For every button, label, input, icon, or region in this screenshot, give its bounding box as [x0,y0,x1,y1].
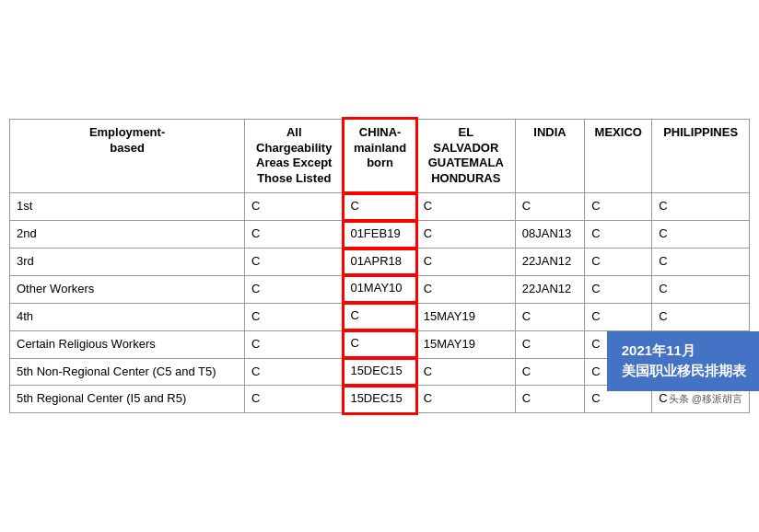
val-other-el-salvador: C [416,275,515,303]
header-employment: Employment-based [10,119,245,193]
val-5th-nr-el-salvador: C [416,358,515,386]
category-1st: 1st [10,193,245,221]
val-other-china: 01MAY10 [344,275,416,303]
category-2nd: 2nd [10,221,245,249]
val-4th-india: C [515,303,584,330]
val-1st-el-salvador: C [416,193,515,221]
val-other-philippines: C [652,275,750,303]
overlay-line1: 2021年11月 [622,341,759,362]
val-5th-r-china: 15DEC15 [344,386,416,413]
val-5th-nr-china: 15DEC15 [344,358,416,386]
val-religious-all: C [245,330,344,358]
val-1st-all: C [245,193,344,221]
val-5th-r-el-salvador: C [416,386,515,413]
val-5th-nr-all: C [245,358,344,386]
watermark: 头条 @移派胡言 [669,392,742,406]
val-2nd-el-salvador: C [416,221,515,249]
val-religious-india: C [515,330,584,358]
val-4th-all: C [245,303,344,330]
category-certain-religious: Certain Religious Workers [10,330,245,358]
header-mexico: MEXICO [585,119,652,193]
category-3rd: 3rd [10,249,245,276]
val-other-mexico: C [585,275,652,303]
header-philippines: PHILIPPINES [652,119,750,193]
val-3rd-el-salvador: C [416,249,515,276]
val-1st-mexico: C [585,193,652,221]
val-3rd-india: 22JAN12 [515,249,584,276]
val-5th-r-all: C [245,386,344,413]
header-china: CHINA-mainlandborn [344,119,416,193]
row-2nd: 2nd C 01FEB19 C 08JAN13 C C [10,221,750,249]
header-india: INDIA [515,119,584,193]
val-religious-el-salvador: 15MAY19 2021年11月 美国职业移民排期表 [416,330,515,358]
val-5th-nr-india: C [515,358,584,386]
page-wrapper: Employment-based AllChargeabilityAreas E… [0,110,759,423]
category-5th-non-regional: 5th Non-Regional Center (C5 and T5) [10,358,245,386]
visa-bulletin-table: Employment-based AllChargeabilityAreas E… [9,119,750,414]
row-1st: 1st C C C C C C [10,193,750,221]
val-1st-india: C [515,193,584,221]
val-1st-philippines: C [652,193,750,221]
val-other-all: C [245,275,344,303]
overlay-line2: 美国职业移民排期表 [622,361,759,382]
header-el-salvador: ELSALVADORGUATEMALAHONDURAS [416,119,515,193]
row-4th: 4th C C 15MAY19 C C C [10,303,750,330]
category-4th: 4th [10,303,245,330]
row-3rd: 3rd C 01APR18 C 22JAN12 C C [10,249,750,276]
val-4th-el-salvador: 15MAY19 [416,303,515,330]
val-5th-r-india: C [515,386,584,413]
val-2nd-all: C [245,221,344,249]
header-all-chargeability: AllChargeabilityAreas ExceptThose Listed [245,119,344,193]
category-other-workers: Other Workers [10,275,245,303]
val-3rd-philippines: C [652,249,750,276]
val-2nd-mexico: C [585,221,652,249]
row-certain-religious: Certain Religious Workers C C 15MAY19 20… [10,330,750,358]
val-4th-mexico: C [585,303,652,330]
category-5th-regional: 5th Regional Center (I5 and R5) [10,386,245,413]
val-religious-china: C [344,330,416,358]
val-2nd-philippines: C [652,221,750,249]
val-1st-china: C [344,193,416,221]
val-other-india: 22JAN12 [515,275,584,303]
promo-overlay: 2021年11月 美国职业移民排期表 [607,331,759,391]
val-3rd-all: C [245,249,344,276]
val-4th-china: C [344,303,416,330]
row-other-workers: Other Workers C 01MAY10 C 22JAN12 C C [10,275,750,303]
val-4th-philippines: C [652,303,750,330]
val-2nd-india: 08JAN13 [515,221,584,249]
val-2nd-china: 01FEB19 [344,221,416,249]
val-3rd-mexico: C [585,249,652,276]
val-3rd-china: 01APR18 [344,249,416,276]
